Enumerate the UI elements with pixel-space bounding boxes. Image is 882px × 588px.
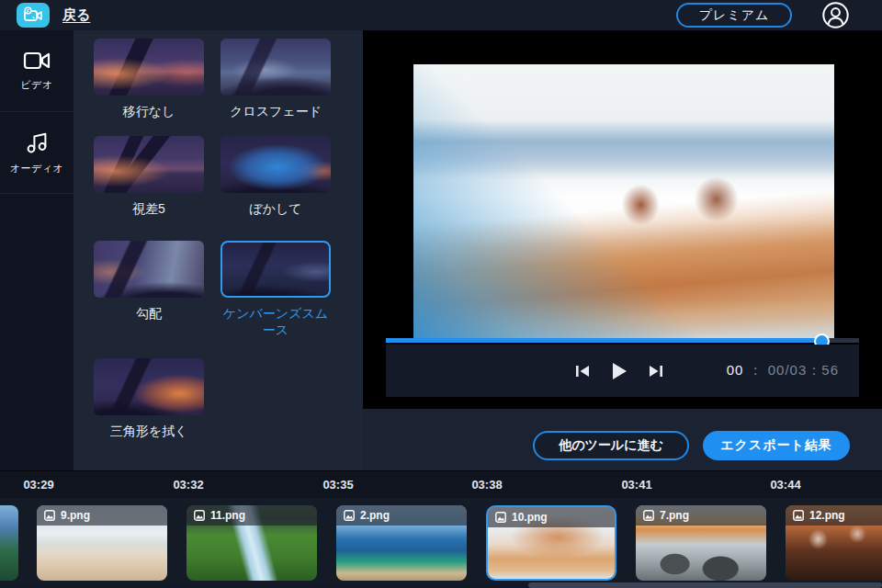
timeline-tick-label: 03:29 — [23, 478, 53, 492]
transition-thumbnail[interactable] — [220, 136, 331, 193]
skip-back-button[interactable] — [574, 364, 591, 379]
time-current: 00 — [727, 362, 744, 378]
seek-bar[interactable] — [386, 338, 859, 343]
transition-item[interactable]: ケンバーンズスムース — [220, 241, 331, 338]
action-bar: 他のツールに進む エクスポート結果 — [363, 409, 882, 470]
clip-thumbnail — [0, 505, 18, 581]
timeline-tick-label: 03:44 — [770, 478, 800, 492]
preview-area: 00 ： 00/03：56 — [363, 30, 882, 409]
clip-filename: 10.png — [512, 511, 548, 524]
clip-label-bar: 2.png — [336, 505, 467, 526]
transition-label: ケンバーンズスムース — [220, 305, 331, 338]
account-icon[interactable] — [821, 1, 850, 29]
transition-item[interactable]: 三角形を拭く — [94, 358, 204, 439]
clip-filename: 11.png — [210, 509, 245, 522]
transition-thumbnail[interactable] — [94, 358, 204, 415]
premium-button[interactable]: プレミアム — [676, 3, 792, 28]
clip-item[interactable]: 9.png — [37, 505, 167, 581]
other-tools-button[interactable]: 他のツールに進む — [533, 431, 689, 460]
image-icon — [344, 510, 355, 521]
timeline-ruler[interactable]: 03:2903:3203:3503:3803:4103:44 — [0, 470, 882, 499]
transition-label: 勾配 — [94, 305, 204, 322]
clip-label-bar: 9.png — [37, 505, 167, 526]
image-icon — [44, 510, 55, 521]
transition-label: 三角形を拭く — [94, 423, 204, 439]
transition-thumbnail[interactable] — [94, 39, 204, 96]
time-separator: ： — [749, 362, 763, 378]
music-note-icon — [24, 130, 50, 155]
image-icon — [194, 510, 205, 521]
clip-item[interactable]: 7.png — [636, 505, 766, 581]
image-icon — [793, 510, 804, 521]
transition-label: 視差5 — [94, 200, 204, 217]
clip-item[interactable]: 2.png — [336, 505, 467, 581]
clip-item[interactable]: 12.png — [786, 505, 882, 581]
filmstrip-track: 9.png11.png2.png10.png7.png12.png — [0, 498, 882, 582]
export-result-button[interactable]: エクスポート結果 — [703, 431, 850, 460]
transition-label: ぼかして — [220, 200, 331, 217]
clip-item[interactable]: 11.png — [187, 505, 317, 581]
timeline-tick-label: 03:32 — [173, 478, 203, 492]
video-camera-icon — [22, 50, 51, 72]
clip-filename: 7.png — [660, 509, 689, 522]
transition-label: 移行なし — [94, 103, 204, 119]
sidebar-tab-video[interactable]: ビデオ — [0, 30, 74, 112]
horizontal-scrollbar[interactable] — [0, 582, 882, 588]
clip-label-bar: 12.png — [786, 505, 882, 526]
transition-label: クロスフェード — [220, 103, 331, 119]
timeline-tick-label: 03:38 — [471, 478, 502, 492]
transition-item[interactable]: 勾配 — [94, 241, 204, 322]
transition-item[interactable]: クロスフェード — [220, 39, 331, 119]
transition-item[interactable]: 移行なし — [94, 39, 204, 119]
video-preview-image — [413, 64, 834, 340]
clip-label-bar: 10.png — [488, 507, 615, 527]
time-total: 00/03：56 — [768, 362, 839, 378]
image-icon — [643, 510, 654, 521]
video-editor-app: F 戻る プレミアム ビデオ — [0, 0, 882, 588]
clip-label-bar: 11.png — [187, 505, 317, 526]
transitions-panel: 移行なしクロスフェード視差5ぼかして勾配ケンバーンズスムース三角形を拭く — [74, 30, 363, 470]
clip-item[interactable]: 10.png — [486, 505, 616, 581]
sidebar-tab-audio[interactable]: オーディオ — [0, 112, 74, 194]
seek-bar-fill — [386, 338, 821, 343]
play-button[interactable] — [611, 362, 628, 380]
clip-filename: 2.png — [360, 509, 390, 522]
clip-partial[interactable] — [0, 505, 18, 581]
sidebar-tab-audio-label: オーディオ — [10, 162, 64, 175]
transition-thumbnail[interactable] — [94, 241, 204, 298]
left-sidebar: ビデオ オーディオ — [0, 30, 74, 470]
transition-thumbnail[interactable] — [220, 39, 331, 96]
timeline-tick-label: 03:35 — [322, 478, 353, 492]
top-bar: F 戻る プレミアム — [0, 0, 882, 30]
clip-filename: 12.png — [809, 509, 845, 522]
horizontal-scrollbar-thumb[interactable] — [528, 582, 882, 588]
app-logo-icon[interactable]: F — [17, 3, 50, 28]
back-link[interactable]: 戻る — [62, 6, 90, 24]
transition-item[interactable]: ぼかして — [220, 136, 331, 217]
image-icon — [495, 512, 506, 523]
timeline-tick-label: 03:41 — [621, 478, 651, 492]
clip-label-bar: 7.png — [636, 505, 766, 526]
transition-thumbnail[interactable] — [94, 136, 204, 193]
playback-controls-bar: 00 ： 00/03：56 — [386, 345, 859, 397]
time-display: 00 ： 00/03：56 — [727, 362, 839, 379]
transition-item[interactable]: 視差5 — [94, 136, 204, 217]
sidebar-tab-video-label: ビデオ — [20, 78, 52, 92]
transition-thumbnail[interactable] — [220, 241, 331, 298]
skip-forward-button[interactable] — [648, 364, 664, 379]
clip-filename: 9.png — [61, 509, 90, 522]
